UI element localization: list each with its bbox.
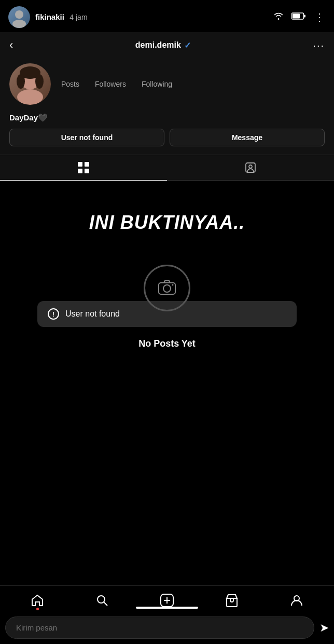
alert-icon: ! <box>48 308 59 320</box>
svg-point-20 <box>98 596 105 603</box>
stat-followers: Followers <box>95 80 126 88</box>
profile-topbar: ‹ demi.demik ✓ ··· <box>0 32 334 58</box>
tab-tagged[interactable] <box>167 155 334 180</box>
svg-rect-3 <box>293 14 300 19</box>
camera-circle <box>144 265 190 311</box>
nav-home[interactable] <box>31 594 44 607</box>
wifi-icon <box>274 12 283 22</box>
svg-rect-4 <box>304 15 305 18</box>
svg-point-9 <box>17 74 25 89</box>
battery-icon <box>291 12 306 22</box>
svg-point-0 <box>15 10 23 19</box>
stat-following: Following <box>142 80 172 88</box>
home-indicator <box>136 607 198 609</box>
nav-search[interactable] <box>95 594 109 607</box>
svg-point-6 <box>17 89 43 105</box>
profile-menu-button[interactable]: ··· <box>313 39 325 51</box>
svg-point-19 <box>172 284 174 286</box>
evidence-title: INI BUKTINYAA.. <box>89 212 245 234</box>
back-button[interactable]: ‹ <box>9 38 13 52</box>
profile-photo <box>9 63 51 105</box>
profile-username: demi.demik <box>135 40 181 50</box>
profile-info: Posts Followers Following <box>0 58 334 113</box>
home-dot <box>36 608 39 610</box>
message-bar: ➤ <box>5 616 329 639</box>
tab-grid[interactable] <box>0 155 167 180</box>
stat-posts: Posts <box>61 80 79 88</box>
stat-following-label: Following <box>142 80 172 88</box>
bottom-nav <box>0 585 334 613</box>
story-time: 4 jam <box>69 13 87 21</box>
svg-rect-14 <box>85 169 89 173</box>
message-button[interactable]: Message <box>170 129 325 146</box>
bottom-spacer <box>0 370 334 463</box>
action-buttons: User not found Message <box>0 129 334 155</box>
verified-badge: ✓ <box>184 40 191 50</box>
svg-point-1 <box>12 20 26 28</box>
user-not-found-button[interactable]: User not found <box>9 129 164 146</box>
profile-name: DayDay🖤 <box>0 113 334 129</box>
toast-text: User not found <box>65 309 120 319</box>
svg-point-10 <box>35 74 44 89</box>
story-header-left: fikinakii 4 jam <box>8 6 88 28</box>
svg-rect-13 <box>78 169 82 173</box>
stat-followers-label: Followers <box>95 80 126 88</box>
profile-area: ‹ demi.demik ✓ ··· <box>0 32 334 181</box>
nav-create[interactable] <box>160 593 174 608</box>
story-username: fikinakii <box>35 12 64 21</box>
nav-shop[interactable] <box>225 594 239 607</box>
story-avatar[interactable] <box>8 6 30 28</box>
tab-bar <box>0 155 334 181</box>
svg-point-18 <box>163 285 171 292</box>
evidence-section: INI BUKTINYAA.. ! User not found No Post… <box>0 181 334 370</box>
story-header-right: ⋮ <box>274 11 326 23</box>
svg-rect-11 <box>78 162 82 167</box>
story-header: fikinakii 4 jam ⋮ <box>0 0 334 32</box>
more-icon[interactable]: ⋮ <box>314 11 326 23</box>
profile-username-row: demi.demik ✓ <box>135 40 191 50</box>
svg-point-16 <box>249 165 252 168</box>
profile-stats: Posts Followers Following <box>61 80 325 88</box>
no-posts-label: No Posts Yet <box>138 338 196 349</box>
send-button[interactable]: ➤ <box>319 621 329 635</box>
svg-line-21 <box>104 602 107 606</box>
svg-rect-12 <box>85 162 89 167</box>
message-input[interactable] <box>5 616 314 639</box>
no-posts-area: ! User not found No Posts Yet <box>10 265 324 349</box>
stat-posts-label: Posts <box>61 80 79 88</box>
nav-profile[interactable] <box>290 594 303 607</box>
